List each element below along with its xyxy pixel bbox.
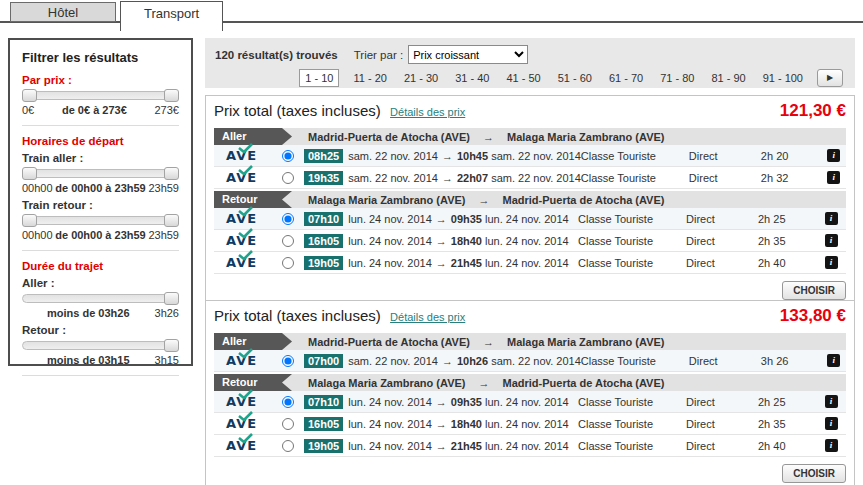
train-row: AVE07h10lun. 24 nov. 2014→09h35 lun. 24 … [214, 391, 846, 413]
connection-type: Direct [689, 355, 761, 367]
return-time-slider[interactable] [22, 214, 179, 227]
info-icon[interactable]: i [827, 354, 840, 367]
transport-results-page: Hôtel Transport Filtrer les résultats Pa… [0, 0, 863, 485]
arrival-time: 10h26 [457, 355, 488, 367]
departure-date: lun. 24 nov. 2014 [348, 396, 432, 408]
arrival-time: 18h40 [451, 418, 482, 430]
train-radio[interactable] [282, 257, 294, 269]
tab-transport[interactable]: Transport [120, 1, 223, 31]
info-icon[interactable]: i [825, 417, 838, 430]
departure-filter-label: Horaires de départ [22, 135, 179, 147]
pagination-page[interactable]: 71 - 80 [657, 70, 697, 86]
radio-cell [272, 395, 304, 408]
connection-type: Direct [686, 257, 758, 269]
price-filter-label: Par prix : [22, 74, 179, 86]
travel-class: Classe Touriste [578, 396, 686, 408]
train-row: AVE16h05lun. 24 nov. 2014→18h40 lun. 24 … [214, 230, 846, 252]
choose-button[interactable]: CHOISIR [782, 464, 846, 483]
return-train-list: AVE07h10lun. 24 nov. 2014→09h35 lun. 24 … [214, 208, 846, 274]
pagination-page[interactable]: 21 - 30 [401, 70, 441, 86]
slider-handle-min[interactable] [22, 214, 37, 227]
journey-arrow-icon: → [436, 235, 447, 247]
outbound-band: Aller Madrid-Puerta de Atocha (AVE) → Ma… [214, 333, 846, 350]
slider-track [22, 216, 179, 225]
info-icon[interactable]: i [825, 395, 838, 408]
pagination-page[interactable]: 11 - 20 [350, 70, 389, 86]
return-duration-slider[interactable] [22, 339, 179, 352]
train-radio[interactable] [282, 396, 294, 408]
train-radio[interactable] [282, 235, 294, 247]
radio-cell [272, 417, 304, 430]
info-icon[interactable]: i [825, 256, 838, 269]
slider-handle-max[interactable] [164, 292, 179, 305]
train-radio[interactable] [282, 355, 294, 367]
radio-cell [272, 212, 304, 225]
outbound-time-min: 00h00 [22, 182, 53, 194]
slider-handle-max[interactable] [164, 89, 179, 102]
slider-handle-max[interactable] [164, 339, 179, 352]
train-radio[interactable] [282, 150, 294, 162]
journey-arrow-icon: → [436, 418, 447, 430]
train-radio[interactable] [282, 213, 294, 225]
choose-button[interactable]: CHOISIR [782, 281, 846, 300]
info-icon[interactable]: i [825, 212, 838, 225]
ave-check-icon [237, 348, 254, 359]
train-radio[interactable] [282, 440, 294, 452]
tab-hotel[interactable]: Hôtel [10, 2, 116, 22]
route-arrow-icon: → [479, 194, 490, 206]
sort-select[interactable]: Prix croissant [408, 45, 528, 64]
slider-handle-min[interactable] [22, 167, 37, 180]
slider-handle-max[interactable] [164, 167, 179, 180]
departure-time-badge: 16h05 [304, 417, 343, 431]
ave-check-icon [237, 228, 254, 239]
info-icon[interactable]: i [825, 439, 838, 452]
arrival-date: lun. 24 nov. 2014 [482, 235, 569, 247]
journey-arrow-icon: → [436, 396, 447, 408]
ave-check-icon [237, 143, 254, 154]
train-radio[interactable] [282, 418, 294, 430]
total-price: 133,80 € [780, 306, 846, 326]
journey-summary: sam. 22 nov. 2014→10h45 sam. 22 nov. 201… [348, 150, 581, 162]
pagination-page[interactable]: 41 - 50 [503, 70, 543, 86]
outbound-duration-slider[interactable] [22, 292, 179, 305]
arrival-time: 18h40 [451, 235, 482, 247]
journey-arrow-icon: → [436, 213, 447, 225]
info-icon[interactable]: i [827, 149, 840, 162]
result-card: Prix total (taxes incluses) Détails des … [205, 300, 855, 485]
outbound-time-slider[interactable] [22, 167, 179, 180]
outbound-train-list: AVE07h00sam. 22 nov. 2014→10h26 sam. 22 … [214, 350, 846, 372]
price-total-label: Prix total (taxes incluses) [214, 307, 381, 324]
pagination-page[interactable]: 61 - 70 [606, 70, 646, 86]
info-icon[interactable]: i [825, 234, 838, 247]
slider-handle-min[interactable] [22, 89, 37, 102]
price-details-link[interactable]: Détails des prix [390, 106, 465, 118]
outbound-duration-max: 3h26 [155, 307, 179, 319]
price-details-link[interactable]: Détails des prix [390, 311, 465, 323]
departure-time-badge: 08h25 [304, 149, 343, 163]
pagination-page[interactable]: 1 - 10 [299, 69, 339, 87]
pagination-next-icon[interactable]: ▶ [817, 69, 843, 87]
price-range-slider[interactable] [22, 89, 179, 102]
info-cell: i [816, 417, 846, 430]
train-radio[interactable] [282, 172, 294, 184]
trip-duration: 2h 25 [758, 213, 816, 225]
departure-date: lun. 24 nov. 2014 [348, 213, 432, 225]
departure-date: sam. 22 nov. 2014 [348, 172, 438, 184]
connection-type: Direct [689, 172, 761, 184]
info-icon[interactable]: i [827, 171, 840, 184]
arrival-date: sam. 22 nov. 2014 [488, 150, 581, 162]
arrival-date: lun. 24 nov. 2014 [482, 213, 569, 225]
arrival-date: lun. 24 nov. 2014 [482, 396, 569, 408]
pagination-page[interactable]: 31 - 40 [452, 70, 492, 86]
slider-handle-max[interactable] [164, 214, 179, 227]
results-count: 120 résultat(s) trouvés [215, 49, 338, 61]
return-time-range: de 00h00 à 23h59 [55, 229, 146, 241]
train-row: AVE19h35sam. 22 nov. 2014→22h07 sam. 22 … [214, 167, 846, 189]
pagination-page[interactable]: 91 - 100 [760, 70, 806, 86]
result-card: Prix total (taxes incluses) Détails des … [205, 95, 855, 309]
info-cell: i [816, 234, 846, 247]
pagination-page[interactable]: 81 - 90 [708, 70, 748, 86]
ave-check-icon [237, 250, 254, 261]
connection-type: Direct [689, 150, 761, 162]
pagination-page[interactable]: 51 - 60 [555, 70, 595, 86]
